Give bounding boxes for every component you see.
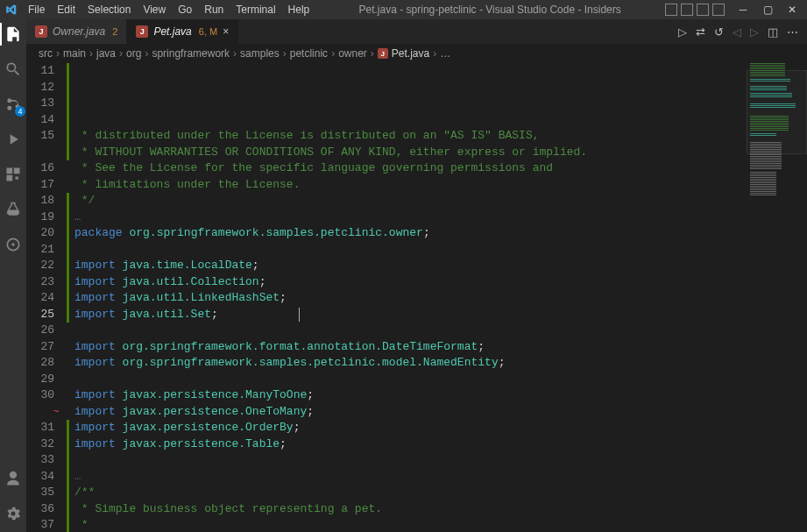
tab-label: Owner.java	[53, 25, 105, 38]
run-icon[interactable]: ▷	[678, 25, 687, 39]
layout-sidebar-icon[interactable]	[665, 4, 677, 16]
minimize-button[interactable]: ─	[733, 4, 753, 16]
activity-bar: 4	[0, 19, 26, 532]
bc-seg[interactable]: java	[96, 47, 116, 60]
bc-symbol[interactable]: …	[440, 47, 450, 60]
tab-pet-java[interactable]: J Pet.java 6, M ×	[127, 19, 238, 44]
bc-file[interactable]: Pet.java	[392, 47, 429, 60]
editor-actions: ▷ ⇄ ↺ ◁ ▷ ◫ ⋯	[669, 19, 807, 44]
revert-icon[interactable]: ↺	[714, 25, 724, 39]
app-icon	[5, 4, 18, 16]
menu-edit[interactable]: Edit	[52, 2, 81, 18]
chevron-right-icon: ›	[331, 47, 335, 60]
error-squiggle: ~	[53, 404, 60, 421]
chevron-right-icon: ›	[89, 47, 93, 60]
window-title: Pet.java - spring-petclinic - Visual Stu…	[315, 4, 665, 16]
menu-help[interactable]: Help	[283, 2, 315, 18]
chevron-right-icon: ›	[56, 47, 60, 60]
menu-view[interactable]: View	[138, 2, 171, 18]
bc-seg[interactable]: springframework	[152, 47, 230, 60]
menu-selection[interactable]: Selection	[82, 2, 136, 18]
chevron-right-icon: ›	[283, 47, 287, 60]
chevron-right-icon: ›	[371, 47, 374, 60]
java-file-icon: J	[378, 48, 388, 59]
layout-toggles[interactable]	[665, 4, 725, 16]
search-icon[interactable]	[4, 60, 23, 79]
minimap[interactable]	[746, 63, 807, 532]
tab-close-icon[interactable]: ×	[223, 25, 229, 38]
nav-fwd-icon[interactable]: ▷	[750, 25, 759, 39]
svg-point-1	[11, 243, 14, 245]
breadcrumbs[interactable]: src› main› java› org› springframework› s…	[26, 44, 807, 63]
menu-terminal[interactable]: Terminal	[230, 2, 280, 18]
chevron-right-icon: ›	[145, 47, 148, 60]
layout-panel-icon[interactable]	[681, 4, 693, 16]
settings-icon[interactable]	[4, 504, 23, 523]
layout-secondary-icon[interactable]	[697, 4, 709, 16]
accounts-icon[interactable]	[4, 469, 23, 488]
bc-seg[interactable]: owner	[338, 47, 367, 60]
more-actions-icon[interactable]: ⋯	[787, 25, 798, 39]
maximize-button[interactable]: ▢	[758, 4, 777, 16]
tab-problems-badge: 6, M	[199, 26, 217, 37]
bc-seg[interactable]: main	[63, 47, 86, 60]
bc-seg[interactable]: petclinic	[290, 47, 328, 60]
tab-label: Pet.java	[153, 25, 191, 38]
line-number-gutter: 1112131415161718192021222324252627282930…	[26, 63, 67, 532]
tab-owner-java[interactable]: J Owner.java 2	[26, 19, 127, 44]
nav-back-icon[interactable]: ◁	[733, 25, 741, 39]
extensions-icon[interactable]	[4, 165, 23, 184]
chevron-right-icon: ›	[433, 47, 436, 60]
java-file-icon: J	[136, 25, 148, 38]
scm-badge: 4	[15, 106, 25, 117]
remote-icon[interactable]	[4, 235, 23, 254]
close-button[interactable]: ✕	[782, 4, 802, 16]
text-cursor	[299, 308, 300, 322]
explorer-icon[interactable]	[4, 25, 23, 44]
code-content[interactable]: ~ * distributed under the License is dis…	[69, 63, 746, 532]
split-editor-icon[interactable]: ◫	[768, 25, 778, 39]
bc-seg[interactable]: samples	[240, 47, 280, 60]
layout-full-icon[interactable]	[712, 4, 725, 16]
bc-seg[interactable]: src	[39, 47, 53, 60]
chevron-right-icon: ›	[119, 47, 123, 60]
menu-go[interactable]: Go	[173, 2, 197, 18]
code-editor[interactable]: 1112131415161718192021222324252627282930…	[26, 63, 807, 532]
menu-bar: File Edit Selection View Go Run Terminal…	[23, 2, 315, 18]
chevron-right-icon: ›	[233, 47, 237, 60]
testing-icon[interactable]	[4, 200, 23, 219]
diff-icon[interactable]: ⇄	[696, 25, 705, 39]
bc-seg[interactable]: org	[126, 47, 141, 60]
tab-bar: J Owner.java 2 J Pet.java 6, M × ▷ ⇄ ↺ ◁…	[26, 19, 807, 44]
tab-problems-badge: 2	[112, 26, 117, 37]
run-debug-icon[interactable]	[4, 130, 23, 149]
title-bar: File Edit Selection View Go Run Terminal…	[0, 0, 807, 19]
menu-run[interactable]: Run	[199, 2, 229, 18]
java-file-icon: J	[35, 25, 47, 38]
source-control-icon[interactable]: 4	[4, 95, 23, 114]
menu-file[interactable]: File	[23, 2, 50, 18]
